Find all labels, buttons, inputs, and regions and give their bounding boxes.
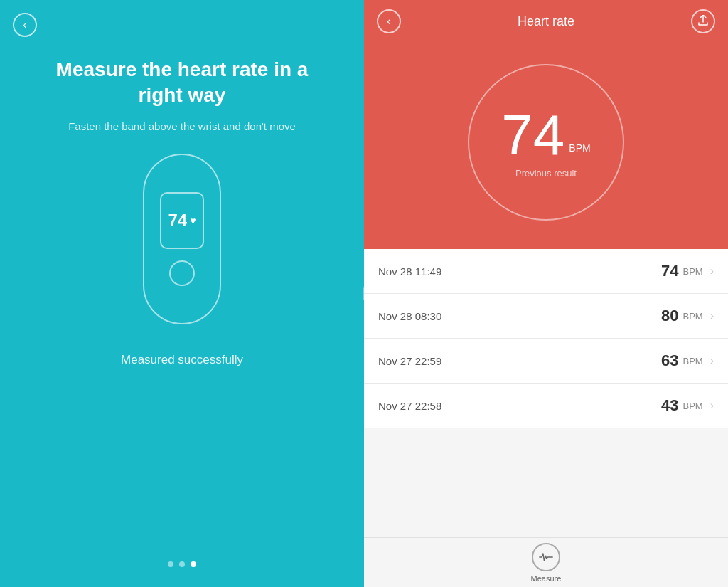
chevron-right-icon-3: › — [710, 354, 714, 367]
measured-successfully-text: Measured successfully — [121, 353, 243, 367]
history-bpm-4: 43 — [661, 396, 678, 415]
band-heart-rate-display: 74 ♥ — [168, 211, 196, 231]
left-subtitle: Fasten the band above the wrist and don'… — [68, 120, 296, 132]
bpm-value-container: 74 BPM — [501, 107, 590, 164]
chevron-right-icon-2: › — [710, 310, 714, 322]
history-bpm-2: 80 — [661, 307, 678, 325]
dot-1[interactable] — [168, 561, 173, 567]
history-bpm-1: 74 — [661, 262, 678, 280]
history-item-4[interactable]: Nov 27 22:58 43 BPM › — [364, 384, 728, 428]
history-bpm-unit-4: BPM — [683, 401, 703, 411]
right-back-button[interactable]: ‹ — [377, 9, 401, 33]
history-time-2: Nov 28 08:30 — [378, 310, 441, 322]
band-bpm-value: 74 — [168, 211, 187, 231]
carousel-dots — [168, 561, 196, 567]
previous-result-label: Previous result — [515, 168, 577, 179]
history-right-2: 80 BPM › — [661, 307, 714, 325]
history-list: Nov 28 11:49 74 BPM › Nov 28 08:30 80 BP… — [364, 249, 728, 587]
right-header-title: Heart rate — [518, 14, 574, 29]
left-back-icon: ‹ — [23, 18, 26, 31]
history-time-1: Nov 28 11:49 — [378, 265, 441, 277]
bpm-number: 74 — [501, 107, 564, 164]
right-back-icon: ‹ — [387, 15, 390, 28]
chevron-right-icon-1: › — [710, 265, 714, 277]
history-time-3: Nov 27 22:59 — [378, 355, 441, 367]
history-item-3[interactable]: Nov 27 22:59 63 BPM › — [364, 339, 728, 384]
right-share-button[interactable] — [691, 9, 715, 33]
dot-3-active[interactable] — [191, 561, 196, 567]
history-right-4: 43 BPM › — [661, 396, 714, 415]
left-title: Measure the heart rate in a right way — [47, 57, 317, 109]
right-panel: ‹ Heart rate 74 BPM Previous result Nov … — [364, 0, 728, 587]
history-time-4: Nov 27 22:58 — [378, 400, 441, 412]
left-panel: ‹ Measure the heart rate in a right way … — [0, 0, 364, 587]
history-item-1[interactable]: Nov 28 11:49 74 BPM › — [364, 249, 728, 294]
share-icon — [697, 15, 709, 28]
history-bpm-unit-3: BPM — [683, 356, 703, 366]
history-item-2[interactable]: Nov 28 08:30 80 BPM › — [364, 294, 728, 339]
history-right-1: 74 BPM › — [661, 262, 714, 280]
measure-button-label: Measure — [531, 574, 562, 583]
measure-bar[interactable]: Measure — [364, 537, 728, 587]
history-bpm-3: 63 — [661, 351, 678, 370]
history-bpm-unit-2: BPM — [683, 311, 703, 322]
left-back-button[interactable]: ‹ — [13, 13, 37, 37]
pulse-icon — [539, 551, 553, 564]
band-outer: 74 ♥ — [143, 154, 221, 324]
bpm-circle: 74 BPM Previous result — [468, 64, 624, 221]
dot-2[interactable] — [179, 561, 185, 567]
measure-icon-circle — [532, 543, 560, 571]
history-bpm-unit-1: BPM — [683, 266, 703, 277]
heart-rate-display-area: 74 BPM Previous result — [364, 43, 728, 249]
band-heart-icon: ♥ — [190, 215, 196, 226]
right-header: ‹ Heart rate — [364, 0, 728, 43]
bpm-unit-label: BPM — [569, 142, 590, 154]
band-home-button — [169, 260, 195, 286]
chevron-right-icon-4: › — [710, 399, 714, 412]
band-illustration: 74 ♥ — [143, 154, 221, 324]
band-screen: 74 ♥ — [160, 192, 204, 249]
history-right-3: 63 BPM › — [661, 351, 714, 370]
